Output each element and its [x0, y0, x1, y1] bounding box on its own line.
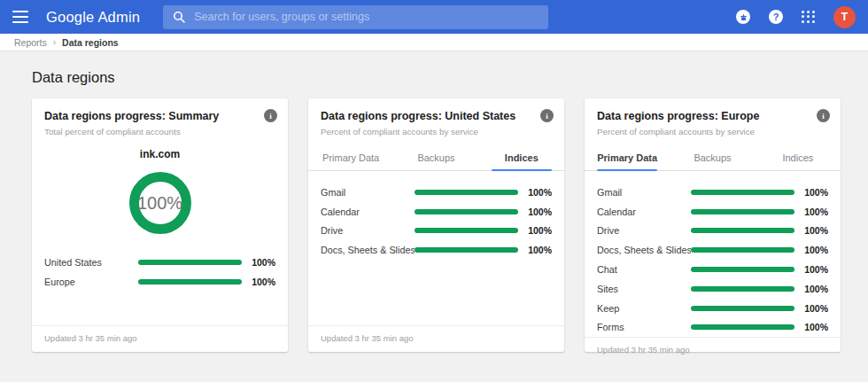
row-percent: 100% — [518, 225, 552, 236]
progress-bar-fill — [691, 247, 794, 253]
progress-bar-track — [691, 247, 794, 253]
whats-new-icon[interactable] — [736, 10, 750, 24]
progress-bar-track — [691, 286, 794, 292]
tab-indices[interactable]: Indices — [479, 144, 564, 170]
progress-bar-fill — [138, 260, 242, 265]
progress-bar-fill — [415, 228, 518, 233]
account-avatar[interactable]: T — [833, 6, 856, 28]
hamburger-menu-icon[interactable] — [12, 11, 28, 23]
page-title: Data regions — [32, 69, 841, 86]
row-percent: 100% — [794, 303, 828, 314]
card-europe: i Data regions progress: Europe Percent … — [585, 98, 841, 352]
row-percent: 100% — [518, 245, 552, 255]
active-tab-underline — [597, 169, 656, 171]
card-title: Data regions progress: United States — [321, 110, 552, 122]
google-admin-logo: GoogleAdmin — [46, 9, 140, 26]
progress-bar-fill — [691, 306, 794, 311]
donut-chart-wrap: 100% — [32, 172, 288, 234]
search-bar[interactable] — [163, 5, 548, 29]
row-label: Keep — [597, 303, 691, 314]
donut-chart: 100% — [129, 172, 191, 234]
row-percent: 100% — [242, 257, 275, 268]
domain-name: ink.com — [32, 148, 288, 160]
tab-label: Primary Data — [322, 152, 379, 163]
tab-backups[interactable]: Backups — [670, 144, 755, 170]
progress-bar-track — [691, 306, 794, 311]
card-title: Data regions progress: Europe — [597, 110, 828, 122]
progress-row: Drive100% — [321, 222, 552, 241]
top-app-bar: GoogleAdmin ? T — [0, 0, 868, 34]
progress-bar-fill — [691, 228, 794, 233]
info-icon[interactable]: i — [817, 109, 830, 122]
progress-row: Gmail100% — [321, 183, 552, 202]
progress-row: United States100% — [44, 253, 275, 272]
tab-indices[interactable]: Indices — [756, 144, 841, 170]
progress-bar-track — [415, 247, 518, 253]
progress-row: Keep100% — [597, 299, 828, 318]
card-summary: i Data regions progress: Summary Total p… — [32, 98, 288, 352]
row-label: Sites — [597, 284, 691, 294]
row-label: Docs, Sheets & Slides — [321, 245, 415, 255]
card-subtitle: Total percent of compliant accounts — [44, 127, 275, 136]
row-percent: 100% — [518, 207, 552, 217]
tab-primary-data[interactable]: Primary Data — [308, 144, 393, 170]
progress-rows: Gmail100%Calendar100%Drive100%Docs, Shee… — [308, 183, 564, 260]
progress-row: Sites100% — [597, 279, 828, 299]
progress-bar-track — [415, 209, 518, 214]
progress-bar-track — [691, 324, 794, 330]
progress-row: Calendar100% — [321, 202, 552, 222]
card-subtitle: Percent of compliant accounts by service — [321, 127, 552, 136]
row-label: Forms — [597, 322, 691, 332]
main-content: Data regions i Data regions progress: Su… — [0, 51, 868, 352]
info-icon[interactable]: i — [264, 109, 277, 122]
progress-row: Forms100% — [597, 318, 828, 338]
info-icon[interactable]: i — [540, 109, 554, 122]
donut-percent-label: 100% — [137, 193, 182, 214]
progress-bar-fill — [415, 190, 518, 195]
progress-row: Docs, Sheets & Slides100% — [321, 240, 552, 260]
tab-primary-data[interactable]: Primary Data — [585, 144, 670, 170]
progress-row: Gmail100% — [597, 183, 828, 202]
help-icon[interactable]: ? — [769, 10, 783, 24]
progress-bar-fill — [691, 209, 794, 214]
active-tab-underline — [492, 169, 551, 171]
progress-row: Chat100% — [597, 260, 828, 279]
card-united-states: i Data regions progress: United States P… — [308, 98, 564, 352]
apps-grid-icon[interactable] — [802, 11, 815, 24]
tab-label: Indices — [782, 152, 813, 163]
card-updated: Updated 3 hr 35 min ago — [32, 325, 288, 352]
tab-label: Primary Data — [597, 152, 657, 163]
card-header: Data regions progress: Summary Total per… — [32, 98, 288, 136]
row-percent: 100% — [794, 322, 828, 332]
logo-google-text: Google — [46, 9, 94, 25]
tab-backups[interactable]: Backups — [393, 144, 478, 170]
topbar-actions: ? T — [736, 6, 856, 28]
row-percent: 100% — [794, 264, 828, 275]
progress-bar-track — [415, 228, 518, 233]
tab-bar: Primary DataBackupsIndices — [585, 144, 841, 171]
tab-label: Backups — [417, 152, 454, 163]
progress-rows: United States100%Europe100% — [32, 253, 288, 292]
breadcrumb-reports-link[interactable]: Reports — [14, 37, 47, 48]
progress-bar-fill — [691, 267, 794, 272]
breadcrumb-current: Data regions — [62, 37, 119, 48]
row-percent: 100% — [242, 277, 275, 287]
breadcrumb-separator: › — [53, 37, 56, 47]
admin-console-screen: GoogleAdmin ? T Report — [0, 0, 868, 382]
search-input[interactable] — [194, 11, 539, 23]
row-percent: 100% — [794, 225, 828, 236]
progress-row: Europe100% — [44, 272, 275, 292]
progress-bar-track — [415, 190, 518, 195]
progress-bar-fill — [415, 209, 518, 214]
progress-bar-track — [691, 228, 794, 233]
progress-bar-track — [691, 190, 794, 195]
row-label: Drive — [321, 225, 415, 236]
progress-bar-track — [138, 279, 242, 285]
row-label: Europe — [44, 277, 138, 287]
row-label: Calendar — [321, 207, 415, 217]
row-label: Docs, Sheets & Slides — [597, 245, 691, 255]
search-icon — [173, 11, 185, 23]
row-label: United States — [44, 257, 138, 268]
progress-bar-track — [691, 267, 794, 272]
row-percent: 100% — [794, 207, 828, 217]
